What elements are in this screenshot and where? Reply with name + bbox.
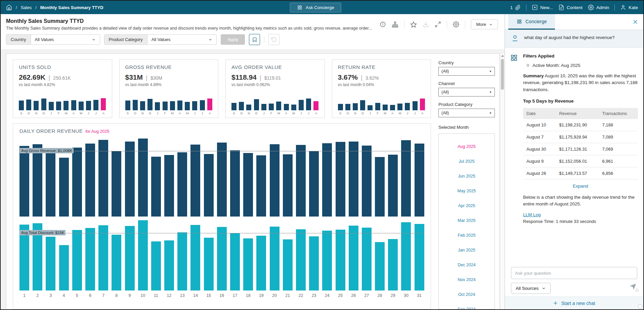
total-discount-bar-day-5[interactable]	[72, 230, 82, 290]
total-discount-bar-day-18[interactable]	[243, 238, 253, 290]
total-discount-bar-day-10[interactable]	[138, 220, 148, 290]
gross-revenue-bar-day-8[interactable]	[112, 151, 121, 217]
start-new-chat-button[interactable]: Start a new chat	[505, 297, 643, 309]
gross-revenue-bar-day-31[interactable]	[415, 144, 424, 217]
product-category-filter-dropdown[interactable]: All Values	[147, 35, 216, 44]
spark-bar[interactable]	[345, 104, 350, 110]
total-discount-bar-day-12[interactable]	[164, 240, 174, 290]
spark-bar[interactable]	[34, 101, 39, 110]
total-discount-bar-day-28[interactable]	[375, 242, 385, 290]
total-discount-bar-day-17[interactable]	[230, 233, 240, 290]
spark-bar[interactable]	[269, 104, 274, 110]
spark-bar[interactable]	[200, 100, 205, 110]
total-discount-bar-day-14[interactable]	[190, 225, 200, 290]
fullscreen-icon[interactable]	[435, 21, 441, 28]
spark-bar[interactable]	[26, 100, 31, 110]
month-item-mar-2025[interactable]: Mar 2025	[439, 213, 495, 228]
spark-bar[interactable]	[390, 105, 395, 110]
ask-concierge-button[interactable]: Ask Concierge	[290, 3, 341, 12]
gross-revenue-bar-day-19[interactable]	[256, 155, 266, 217]
gross-revenue-bar-day-28[interactable]	[375, 157, 385, 217]
gross-revenue-bar-day-11[interactable]	[151, 157, 161, 217]
total-discount-bar-day-29[interactable]	[388, 239, 398, 290]
settings-gear-icon[interactable]	[453, 21, 459, 28]
spark-bar[interactable]	[133, 100, 138, 110]
total-discount-bar-day-9[interactable]	[125, 226, 135, 290]
month-item-dec-2024[interactable]: Dec 2024	[439, 258, 495, 272]
spark-bar[interactable]	[420, 99, 425, 110]
gross-revenue-bar-day-13[interactable]	[177, 152, 187, 217]
spark-bar[interactable]	[360, 100, 365, 110]
spark-bar[interactable]	[383, 105, 388, 110]
total-discount-bar-day-3[interactable]	[46, 237, 55, 290]
spark-bar[interactable]	[71, 100, 76, 110]
gross-revenue-bar-day-20[interactable]	[270, 144, 280, 217]
gross-revenue-bar-day-10[interactable]	[138, 139, 148, 217]
apply-button[interactable]: Apply	[221, 34, 245, 45]
gross-revenue-bar-day-2[interactable]	[33, 144, 42, 217]
scrollbar-thumb[interactable]	[501, 59, 504, 90]
country-quickfilter-dropdown[interactable]: (All) ▼	[438, 67, 495, 76]
gross-revenue-bar-day-18[interactable]	[243, 153, 253, 217]
gross-revenue-bar-day-26[interactable]	[349, 142, 358, 217]
new-button[interactable]: New...	[532, 4, 553, 10]
spark-bar[interactable]	[125, 101, 130, 110]
total-discount-bar-day-15[interactable]	[204, 238, 214, 290]
gross-revenue-bar-day-5[interactable]	[72, 148, 82, 217]
spark-bar[interactable]	[291, 105, 296, 110]
reset-button[interactable]	[268, 34, 280, 45]
spark-bar[interactable]	[207, 99, 212, 110]
data-lineage-icon[interactable]	[392, 21, 398, 28]
content-button[interactable]: Content	[558, 4, 583, 10]
spark-bar[interactable]	[63, 101, 69, 110]
spark-bar[interactable]	[397, 104, 402, 110]
sources-dropdown[interactable]: All Sources	[511, 283, 551, 294]
total-discount-bar-day-13[interactable]	[177, 232, 187, 290]
spark-bar[interactable]	[155, 102, 160, 110]
spark-bar[interactable]	[239, 102, 244, 110]
spark-bar[interactable]	[41, 99, 46, 110]
total-discount-bar-day-21[interactable]	[283, 239, 293, 290]
spark-bar[interactable]	[177, 101, 182, 110]
spark-bar[interactable]	[246, 105, 251, 110]
total-discount-bar-day-8[interactable]	[112, 235, 121, 290]
spark-bar[interactable]	[299, 100, 304, 110]
gross-revenue-bar-day-4[interactable]	[59, 158, 69, 217]
expand-link[interactable]: Expand	[523, 184, 638, 189]
llm-log-link[interactable]: LLM Log	[523, 212, 541, 217]
spark-bar[interactable]	[49, 102, 54, 110]
home-icon[interactable]	[6, 4, 12, 10]
spark-bar[interactable]	[140, 101, 145, 110]
spark-bar[interactable]	[86, 101, 91, 110]
total-discount-bar-day-11[interactable]	[151, 241, 161, 290]
spark-bar[interactable]	[231, 103, 237, 110]
total-discount-bar-day-27[interactable]	[362, 228, 372, 290]
gross-revenue-bar-day-22[interactable]	[296, 145, 306, 217]
total-discount-bar-day-24[interactable]	[322, 231, 332, 290]
total-discount-bar-day-25[interactable]	[336, 230, 345, 290]
attachments-button[interactable]: 1	[510, 5, 521, 10]
spark-bar[interactable]	[254, 99, 259, 110]
spark-bar[interactable]	[413, 101, 418, 110]
gross-revenue-bar-day-23[interactable]	[309, 151, 319, 217]
spark-bar[interactable]	[375, 103, 380, 110]
gross-revenue-bar-day-29[interactable]	[388, 155, 398, 217]
spark-bar[interactable]	[368, 105, 373, 110]
spark-bar[interactable]	[192, 101, 197, 110]
download-icon[interactable]	[423, 21, 429, 28]
product-quickfilter-dropdown[interactable]: (All) ▼	[438, 109, 495, 117]
gross-revenue-bar-day-21[interactable]	[283, 154, 293, 217]
spark-bar[interactable]	[163, 102, 168, 110]
month-item-aug-2025[interactable]: Aug 2025	[439, 139, 495, 154]
total-discount-bar-day-22[interactable]	[296, 229, 306, 290]
user-menu[interactable]: Kate	[620, 4, 638, 10]
channel-quickfilter-dropdown[interactable]: (All) ▼	[438, 88, 495, 96]
spark-bar[interactable]	[147, 99, 153, 110]
spark-bar[interactable]	[93, 100, 98, 110]
help-widget-icon[interactable]	[638, 304, 642, 309]
month-item-nov-2024[interactable]: Nov 2024	[439, 272, 495, 287]
gross-revenue-bar-day-12[interactable]	[164, 155, 174, 217]
spark-bar[interactable]	[313, 101, 318, 110]
total-discount-bar-day-31[interactable]	[415, 224, 424, 290]
spark-bar[interactable]	[338, 104, 343, 110]
